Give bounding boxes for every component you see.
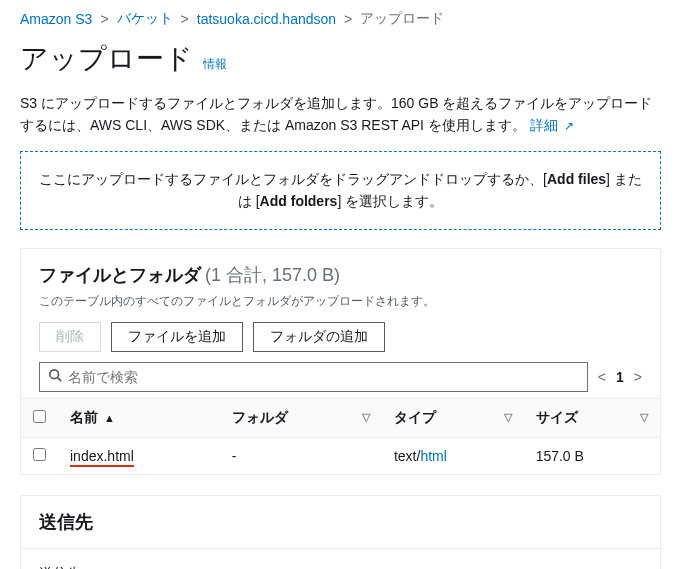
column-header-type[interactable]: タイプ▽ [382, 398, 524, 437]
chevron-down-icon: ▽ [362, 411, 370, 424]
files-folders-panel: ファイルとフォルダ (1 合計, 157.0 B) このテーブル内のすべてのファ… [20, 248, 661, 475]
page-title: アップロード [20, 40, 193, 78]
chevron-right-icon: > [181, 11, 189, 27]
select-all-checkbox[interactable] [33, 410, 46, 423]
add-folder-button[interactable]: フォルダの追加 [253, 322, 385, 352]
table-row: index.html - text/html 157.0 B [21, 437, 660, 474]
file-type-link[interactable]: html [420, 448, 446, 464]
breadcrumb: Amazon S3 > バケット > tatsuoka.cicd.handson… [0, 0, 681, 32]
delete-button[interactable]: 削除 [39, 322, 101, 352]
files-panel-header: ファイルとフォルダ (1 合計, 157.0 B) [21, 249, 660, 293]
upload-dropzone[interactable]: ここにアップロードするファイルとフォルダをドラッグアンドドロップするか、[Add… [20, 151, 661, 230]
files-table: 名前▲ フォルダ▽ タイプ▽ サイズ▽ index.html - [21, 398, 660, 474]
chevron-right-icon: > [344, 11, 352, 27]
page-next-button[interactable]: > [634, 369, 642, 385]
sort-asc-icon: ▲ [104, 412, 115, 424]
destination-label: 送信先 [39, 565, 642, 569]
chevron-right-icon: > [100, 11, 108, 27]
file-type-cell: text/html [382, 437, 524, 474]
page-header: アップロード 情報 [0, 32, 681, 92]
page-number: 1 [616, 369, 624, 385]
search-input[interactable] [62, 367, 579, 387]
upload-description: S3 にアップロードするファイルとフォルダを追加します。160 GB を超えるフ… [0, 92, 681, 151]
search-box[interactable] [39, 362, 588, 392]
column-header-folder[interactable]: フォルダ▽ [220, 398, 382, 437]
file-size-cell: 157.0 B [524, 437, 660, 474]
svg-point-0 [50, 370, 59, 379]
column-header-name[interactable]: 名前▲ [58, 398, 220, 437]
details-link[interactable]: 詳細 ↗ [530, 117, 574, 133]
search-icon [48, 368, 62, 385]
add-folders-text: Add folders [260, 193, 338, 209]
external-link-icon: ↗ [564, 119, 574, 133]
breadcrumb-item[interactable]: バケット [117, 10, 173, 28]
info-link[interactable]: 情報 [203, 56, 227, 73]
files-toolbar: 削除 ファイルを追加 フォルダの追加 [21, 322, 660, 362]
breadcrumb-item-current: アップロード [360, 10, 444, 28]
pagination: < 1 > [598, 369, 642, 385]
row-checkbox[interactable] [33, 448, 46, 461]
destination-heading: 送信先 [21, 496, 660, 549]
breadcrumb-item[interactable]: Amazon S3 [20, 11, 92, 27]
chevron-down-icon: ▽ [504, 411, 512, 424]
svg-line-1 [58, 378, 62, 382]
files-panel-subtext: このテーブル内のすべてのファイルとフォルダがアップロードされます。 [21, 293, 660, 322]
chevron-down-icon: ▽ [640, 411, 648, 424]
search-pagination-row: < 1 > [21, 362, 660, 398]
file-folder-cell: - [220, 437, 382, 474]
files-count: (1 合計, 157.0 B) [205, 265, 340, 285]
file-name-link[interactable]: index.html [70, 448, 134, 467]
column-header-size[interactable]: サイズ▽ [524, 398, 660, 437]
add-files-text: Add files [547, 171, 606, 187]
files-panel-title: ファイルとフォルダ [39, 265, 201, 285]
add-files-button[interactable]: ファイルを追加 [111, 322, 243, 352]
destination-panel: 送信先 送信先 s3://tatsuoka.cicd.handson ▶ 送信先… [20, 495, 661, 569]
page-prev-button[interactable]: < [598, 369, 606, 385]
breadcrumb-item[interactable]: tatsuoka.cicd.handson [197, 11, 336, 27]
